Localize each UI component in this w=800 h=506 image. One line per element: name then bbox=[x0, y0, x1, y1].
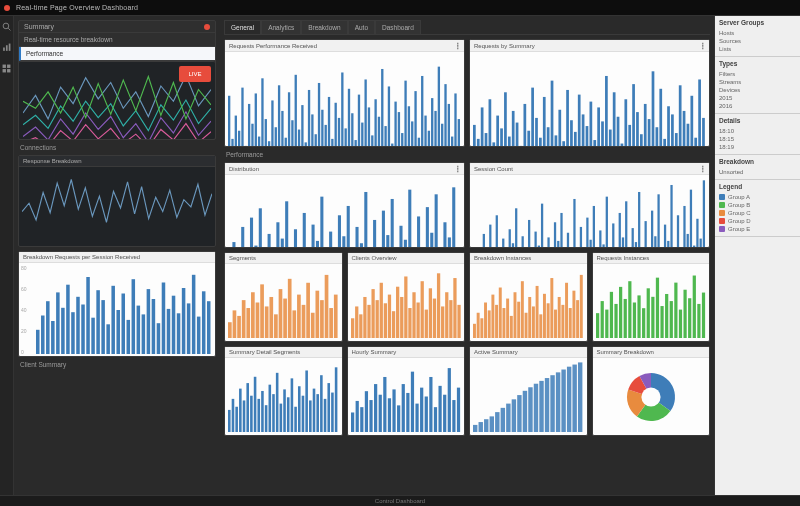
svg-rect-48 bbox=[241, 88, 243, 147]
kebab-icon[interactable]: ┇ bbox=[701, 165, 705, 172]
svg-rect-187 bbox=[285, 201, 288, 248]
svg-rect-94 bbox=[394, 102, 396, 147]
svg-rect-452 bbox=[433, 407, 436, 432]
chart-icon[interactable] bbox=[2, 43, 11, 54]
chart-distribution[interactable]: Distribution┇ bbox=[224, 162, 465, 248]
chart-session-count[interactable]: Session Count┇ Session Graph bbox=[469, 162, 710, 248]
tab-dashboard[interactable]: Dashboard bbox=[375, 20, 421, 34]
svg-rect-408 bbox=[243, 400, 246, 432]
right-item[interactable]: Group A bbox=[719, 193, 796, 201]
sidebar-single-chart[interactable]: Response Breakdown 00:0008:0016:0023:59 bbox=[18, 155, 216, 247]
chart-title: Hourly Summary bbox=[352, 349, 397, 355]
right-item[interactable]: Group C bbox=[719, 209, 796, 217]
right-item[interactable]: 2015 bbox=[719, 94, 796, 102]
right-item[interactable]: Lists bbox=[719, 45, 796, 53]
svg-rect-414 bbox=[265, 405, 268, 432]
right-item[interactable]: 18:15 bbox=[719, 135, 796, 143]
svg-rect-131 bbox=[539, 138, 542, 147]
svg-rect-447 bbox=[410, 372, 413, 432]
chart-active-summary[interactable]: Active Summary bbox=[469, 346, 588, 436]
svg-rect-465 bbox=[512, 399, 516, 432]
svg-rect-119 bbox=[492, 142, 495, 147]
chart-segments[interactable]: Segments bbox=[224, 252, 343, 342]
right-item[interactable]: 18:19 bbox=[719, 143, 796, 151]
right-item[interactable]: Streams bbox=[719, 78, 796, 86]
svg-rect-106 bbox=[434, 111, 436, 147]
svg-rect-438 bbox=[369, 400, 372, 432]
chart-clients-overview[interactable]: Clients Overview bbox=[347, 252, 466, 342]
right-item[interactable]: Group D bbox=[719, 217, 796, 225]
svg-rect-428 bbox=[316, 394, 319, 432]
tab-analytics[interactable]: Analytics bbox=[261, 20, 301, 34]
svg-rect-317 bbox=[311, 313, 315, 338]
kebab-icon[interactable]: ┇ bbox=[456, 42, 460, 49]
svg-rect-299 bbox=[228, 322, 232, 338]
kebab-icon[interactable]: ┇ bbox=[456, 165, 460, 172]
svg-rect-141 bbox=[578, 95, 581, 147]
svg-rect-107 bbox=[438, 67, 440, 147]
chart-requests-summary[interactable]: Requests by Summary┇ Segments bbox=[469, 39, 710, 147]
grid-icon[interactable] bbox=[2, 64, 11, 75]
chart-summary-detail[interactable]: Summary Detail Segments bbox=[224, 346, 343, 436]
sidebar-bar-chart[interactable]: Breakdown Requests per Session Received … bbox=[18, 251, 216, 357]
svg-rect-448 bbox=[415, 404, 418, 432]
right-item[interactable]: Sources bbox=[719, 37, 796, 45]
tab-breakdown[interactable]: Breakdown bbox=[301, 20, 348, 34]
svg-rect-301 bbox=[237, 316, 241, 338]
sidebar-multi-line-chart[interactable]: LIVE 08:0009:2810:4812:0813:2814:4816:08… bbox=[19, 61, 215, 139]
svg-rect-90 bbox=[381, 69, 383, 147]
svg-rect-430 bbox=[324, 399, 327, 432]
chart-requests-performance[interactable]: Requests Performance Received┇ Segments bbox=[224, 39, 465, 147]
right-item[interactable]: Hosts bbox=[719, 29, 796, 37]
svg-rect-248 bbox=[541, 204, 543, 248]
svg-rect-158 bbox=[644, 104, 647, 147]
svg-rect-179 bbox=[250, 218, 253, 248]
svg-rect-71 bbox=[318, 83, 320, 147]
svg-rect-419 bbox=[283, 389, 286, 432]
sidebar-selector-item[interactable]: Real-time resource breakdown bbox=[19, 33, 215, 47]
svg-rect-339 bbox=[416, 303, 419, 339]
right-item[interactable]: Devices bbox=[719, 86, 796, 94]
svg-rect-105 bbox=[431, 98, 433, 147]
svg-rect-121 bbox=[500, 128, 503, 147]
svg-rect-95 bbox=[398, 112, 400, 147]
right-item[interactable]: 18:10 bbox=[719, 127, 796, 135]
svg-rect-412 bbox=[257, 399, 260, 432]
search-icon[interactable] bbox=[2, 22, 11, 33]
svg-rect-360 bbox=[510, 316, 513, 338]
svg-rect-401 bbox=[692, 276, 695, 338]
svg-rect-431 bbox=[327, 383, 330, 432]
chart-summary-breakdown-pie[interactable]: Summary Breakdown bbox=[592, 346, 711, 436]
svg-rect-200 bbox=[342, 236, 345, 248]
right-item[interactable]: 2016 bbox=[719, 102, 796, 110]
svg-rect-325 bbox=[359, 314, 362, 338]
tab-general[interactable]: General bbox=[224, 20, 261, 34]
kebab-icon[interactable]: ┇ bbox=[701, 42, 705, 49]
chart-requests-instances[interactable]: Requests Instances bbox=[592, 252, 711, 342]
svg-rect-116 bbox=[481, 107, 484, 147]
svg-rect-324 bbox=[355, 306, 358, 338]
svg-rect-136 bbox=[558, 110, 561, 147]
right-item[interactable]: Unsorted bbox=[719, 168, 796, 176]
svg-rect-415 bbox=[269, 385, 272, 432]
svg-rect-239 bbox=[512, 243, 514, 248]
svg-rect-129 bbox=[531, 88, 534, 147]
svg-rect-54 bbox=[261, 78, 263, 147]
alert-icon[interactable] bbox=[204, 24, 210, 30]
chart-breakdown-instances[interactable]: Breakdown Instances bbox=[469, 252, 588, 342]
sidebar-selector-item-active[interactable]: Performance bbox=[19, 47, 215, 61]
area-svg bbox=[228, 267, 339, 338]
svg-rect-341 bbox=[424, 310, 427, 338]
svg-rect-139 bbox=[570, 120, 573, 147]
svg-rect-297 bbox=[700, 239, 702, 248]
right-item[interactable]: Group E bbox=[719, 225, 796, 233]
chart-title: Clients Overview bbox=[352, 255, 397, 261]
right-item[interactable]: Filters bbox=[719, 70, 796, 78]
tab-auto[interactable]: Auto bbox=[348, 20, 375, 34]
svg-rect-154 bbox=[628, 125, 631, 147]
svg-rect-252 bbox=[554, 222, 556, 248]
chart-hourly-summary[interactable]: Hourly Summary bbox=[347, 346, 466, 436]
right-item[interactable]: Group B bbox=[719, 201, 796, 209]
svg-rect-334 bbox=[396, 287, 399, 338]
action-button[interactable]: LIVE bbox=[179, 66, 211, 82]
